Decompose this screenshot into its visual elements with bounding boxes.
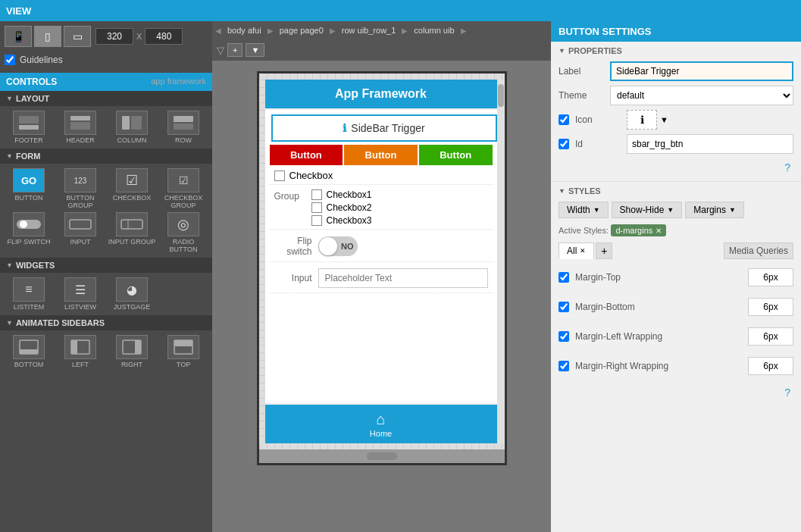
breadcrumb-back-arrow[interactable]: ◀ [215, 27, 221, 35]
svg-rect-5 [131, 116, 142, 130]
sidebar-item-footer[interactable]: FOOTER [5, 111, 53, 144]
green-button[interactable]: Button [419, 145, 493, 165]
group-cb-2-input[interactable] [311, 202, 322, 213]
tag-close-icon[interactable]: ✕ [656, 227, 662, 235]
margins-style-btn[interactable]: Margins ▼ [685, 202, 744, 218]
margin-top-checkbox[interactable] [559, 272, 569, 283]
tablet-portrait-icon[interactable]: ▯ [34, 26, 61, 47]
id-prop-input[interactable] [627, 134, 793, 154]
phone-input-field[interactable] [318, 268, 488, 288]
input-group-icon [116, 212, 148, 236]
breadcrumb-column[interactable]: column uib [409, 26, 458, 35]
show-hide-dropdown-arrow: ▼ [667, 206, 674, 214]
tablet-landscape-icon[interactable]: ▭ [64, 26, 91, 47]
group-cb-3-input[interactable] [311, 215, 322, 226]
width-input[interactable]: 320 [95, 28, 133, 45]
red-button[interactable]: Button [270, 145, 343, 165]
guidelines-checkbox[interactable] [5, 55, 15, 65]
add-button[interactable]: + [227, 43, 242, 57]
properties-help-icon[interactable]: ? [559, 158, 793, 177]
style-buttons: Width ▼ Show-Hide ▼ Margins ▼ [559, 202, 793, 218]
margin-left-checkbox[interactable] [559, 331, 569, 342]
sidebar-item-button[interactable]: GO BUTTON [5, 168, 53, 209]
svg-rect-18 [135, 340, 141, 354]
phone-footer[interactable]: ⌂ Home [265, 403, 497, 443]
sidebar-item-radio-button[interactable]: ◎ RADIO BUTTON [159, 212, 208, 253]
tab-all[interactable]: All ✕ [559, 243, 594, 259]
checkbox-group-icon: ☑ [167, 168, 199, 192]
sidebar-item-column[interactable]: COLUMN [108, 111, 156, 144]
show-hide-style-btn[interactable]: Show-Hide ▼ [612, 202, 683, 218]
margin-right-input[interactable] [748, 357, 793, 375]
group-checkbox-2: Checkbox2 [311, 202, 372, 213]
margin-rows: Margin-Top Margin-Bottom Margin-Left Wra… [559, 265, 793, 379]
margin-top-input[interactable] [748, 268, 793, 286]
sidebar-item-justgage[interactable]: ◕ JUSTGAGE [108, 277, 156, 311]
margin-bottom-checkbox[interactable] [559, 302, 569, 312]
phone-handle [367, 452, 397, 460]
animated-sidebars-section-header[interactable]: ANIMATED SIDEBARS [0, 315, 212, 330]
sidebar-item-bottom[interactable]: BOTTOM [5, 335, 53, 368]
top-label: TOP [177, 361, 190, 368]
margin-right-checkbox[interactable] [559, 361, 569, 371]
canvas-scroll-left[interactable]: ◀ [424, 288, 435, 305]
sidebar-item-header[interactable]: HEADER [56, 111, 105, 144]
label-prop-input[interactable] [610, 61, 793, 81]
icon-prop-checkbox[interactable] [559, 114, 569, 125]
svg-rect-16 [71, 340, 77, 354]
input-label-text: Input [274, 273, 312, 283]
active-styles-label: Active Styles: [559, 226, 609, 235]
sidebar-item-row[interactable]: ROW [159, 111, 208, 144]
left-ruler [259, 80, 265, 443]
sidebar-item-listview[interactable]: ☰ LISTVIEW [56, 277, 105, 311]
listview-label: LISTVIEW [64, 303, 96, 311]
flip-switch-label-text: Flip switch [274, 236, 312, 257]
icon-preview-btn[interactable]: ℹ [627, 110, 657, 130]
canvas-scroll-right[interactable]: ▶ [290, 288, 301, 305]
sidebar-item-top[interactable]: TOP [159, 335, 208, 368]
sidebar-item-listitem[interactable]: ≡ LISTITEM [5, 277, 53, 311]
margin-left-input[interactable] [748, 327, 793, 346]
media-queries-button[interactable]: Media Queries [724, 243, 793, 259]
breadcrumb-forward-arrow[interactable]: ▶ [461, 27, 467, 35]
styles-help-icon[interactable]: ? [559, 383, 793, 402]
checkbox-group: Group Checkbox1 Checkbox2 [268, 186, 494, 230]
orange-button[interactable]: Button [344, 145, 418, 165]
form-section-header[interactable]: FORM [0, 149, 212, 164]
breadcrumb-page[interactable]: page page0 [275, 26, 328, 35]
sidebar-item-button-group[interactable]: 123 BUTTON GROUP [56, 168, 105, 209]
breadcrumb-body[interactable]: body afui [223, 26, 266, 35]
footer-label: FOOTER [14, 136, 43, 144]
sidebar-item-input-group[interactable]: INPUT GROUP [108, 212, 156, 253]
flip-switch-label: FLIP SWITCH [8, 238, 51, 246]
height-input[interactable]: 480 [145, 28, 183, 45]
widgets-section-header[interactable]: WIDGETS [0, 258, 212, 273]
theme-prop-select[interactable]: default [610, 86, 793, 105]
add-tab-button[interactable]: + [596, 243, 612, 259]
breadcrumb-row[interactable]: row uib_row_1 [337, 26, 401, 35]
toolbar-dropdown[interactable]: ▼ [246, 43, 264, 57]
phone-header: App Framework [265, 80, 497, 110]
id-prop-checkbox[interactable] [559, 139, 569, 149]
svg-rect-6 [174, 116, 193, 122]
group-cb-1-input[interactable] [311, 189, 322, 200]
layout-section-header[interactable]: LAYOUT [0, 91, 212, 106]
label-property-row: Label [559, 61, 793, 81]
sidebar-item-checkbox[interactable]: ☑ CHECKBOX [108, 168, 156, 209]
all-tab-close-icon[interactable]: ✕ [580, 247, 586, 255]
width-style-btn[interactable]: Width ▼ [559, 202, 609, 218]
icon-dropdown-arrow[interactable]: ▼ [660, 115, 668, 124]
sidebar-item-checkbox-group[interactable]: ☑ CHECKBOX GROUP [159, 168, 208, 209]
sidebar-item-input[interactable]: INPUT [56, 212, 105, 253]
sidebar-trigger-button[interactable]: ℹ SideBar Trigger [271, 114, 497, 142]
margin-bottom-input[interactable] [748, 298, 793, 316]
phone-icon[interactable]: 📱 [5, 26, 32, 47]
phone-scrollbar[interactable] [497, 80, 505, 443]
checkbox-input[interactable] [274, 171, 285, 181]
group-cb-1-label: Checkbox1 [327, 189, 372, 200]
svg-rect-0 [19, 125, 39, 130]
flip-switch-toggle[interactable]: NO [318, 236, 358, 256]
sidebar-item-flip-switch[interactable]: FLIP SWITCH [5, 212, 53, 253]
sidebar-item-left[interactable]: LEFT [56, 335, 105, 368]
sidebar-item-right[interactable]: RIGHT [108, 335, 156, 368]
